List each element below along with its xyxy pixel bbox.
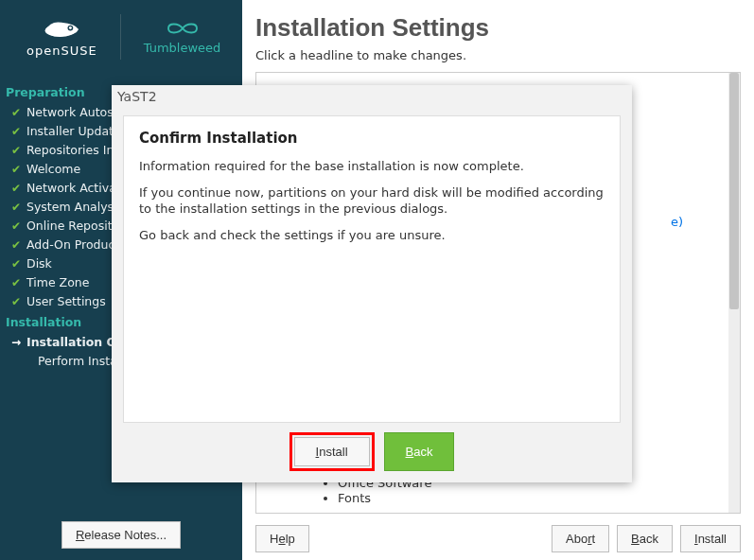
abort-button[interactable]: Abort — [552, 525, 609, 552]
sidebar-header: openSUSE Tumbleweed — [0, 0, 242, 74]
dialog-footer: Install Back — [112, 427, 632, 482]
check-icon: ✔ — [11, 218, 23, 235]
list-item: Fonts — [338, 491, 683, 505]
nav-item-label: Installer Update — [26, 123, 121, 140]
page-title: Installation Settings — [255, 13, 741, 43]
release-notes-button[interactable]: Release Notes... — [61, 521, 181, 549]
dialog-text-3: Go back and check the settings if you ar… — [139, 227, 605, 244]
bottom-bar: Help Abort Back Install — [255, 521, 741, 552]
nav-item-label: System Analysis — [26, 199, 123, 216]
check-icon: ✔ — [11, 123, 23, 140]
nav-item-label: Welcome — [26, 161, 80, 178]
check-icon: ✔ — [11, 104, 23, 121]
tumbleweed-icon — [166, 20, 200, 37]
release-notes-label: Release Notes... — [76, 528, 167, 542]
dialog-window-title: YaST2 — [112, 85, 632, 108]
install-button[interactable]: Install — [680, 525, 741, 552]
scrollbar[interactable] — [728, 73, 740, 513]
nav-item-label: User Settings — [26, 293, 106, 310]
check-icon: ✔ — [11, 293, 23, 310]
dialog-text-2: If you continue now, partitions on your … — [139, 184, 605, 218]
check-icon: ✔ — [11, 255, 23, 272]
opensuse-text: openSUSE — [26, 44, 97, 58]
dialog-install-button[interactable]: Install — [294, 437, 370, 466]
nav-item-label: Time Zone — [26, 274, 89, 291]
check-icon: ✔ — [11, 199, 23, 216]
dialog-back-button[interactable]: Back — [384, 432, 455, 471]
page-subtitle: Click a headline to make changes. — [255, 48, 741, 62]
check-icon: ✔ — [11, 142, 23, 159]
dialog-text-1: Information required for the base instal… — [139, 158, 605, 175]
header-divider — [120, 14, 121, 60]
arrow-icon: → — [11, 334, 23, 351]
check-icon: ✔ — [11, 161, 23, 178]
nav-item-label: Disk — [26, 255, 52, 272]
opensuse-logo-icon — [41, 17, 82, 42]
install-button-highlight: Install — [289, 432, 375, 471]
tumbleweed-text: Tumbleweed — [144, 41, 221, 55]
back-button[interactable]: Back — [617, 525, 673, 552]
check-icon: ✔ — [11, 274, 23, 291]
dialog-body: Confirm Installation Information require… — [123, 115, 621, 423]
dialog-heading: Confirm Installation — [139, 130, 605, 147]
scrollbar-thumb[interactable] — [729, 73, 739, 309]
svg-point-2 — [69, 26, 72, 29]
help-button[interactable]: Help — [255, 525, 309, 552]
confirm-installation-dialog: YaST2 Confirm Installation Information r… — [112, 85, 632, 482]
logo-group: openSUSE Tumbleweed — [8, 14, 220, 60]
check-icon: ✔ — [11, 236, 23, 254]
check-icon: ✔ — [11, 180, 23, 197]
